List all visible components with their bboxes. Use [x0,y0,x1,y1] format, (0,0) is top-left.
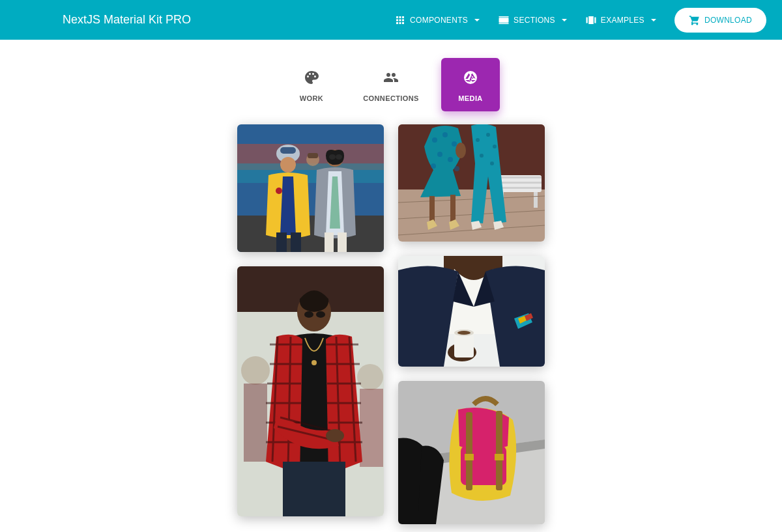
camera-icon [463,70,478,85]
svg-point-58 [432,137,437,143]
gallery-column [237,124,384,524]
svg-rect-66 [450,195,456,223]
svg-rect-94 [495,454,504,460]
svg-point-62 [448,157,453,162]
app-header: NextJS Material Kit PRO COMPONENTS SECTI… [0,0,782,40]
tab-work-label: WORK [300,94,323,102]
svg-rect-51 [496,182,542,184]
svg-point-6 [280,157,296,173]
svg-rect-52 [496,187,542,189]
svg-point-64 [454,166,459,171]
view-day-icon [498,14,510,26]
download-button[interactable]: DOWNLOAD [674,8,766,33]
svg-rect-46 [283,462,345,516]
svg-rect-5 [280,147,296,154]
people-icon [383,70,399,85]
svg-rect-16 [308,153,318,158]
svg-rect-13 [325,232,334,252]
download-label: DOWNLOAD [704,16,752,25]
svg-rect-8 [276,232,287,252]
view-carousel-icon [585,14,597,26]
svg-rect-50 [496,176,542,178]
svg-point-71 [490,161,494,165]
svg-rect-91 [466,412,472,490]
nav-components[interactable]: COMPONENTS [386,9,487,31]
top-nav: COMPONENTS SECTIONS EXAMPLES DOWNLOAD [386,8,766,33]
svg-point-42 [311,360,317,365]
svg-rect-3 [237,163,384,183]
svg-rect-14 [338,232,347,252]
shopping-cart-icon [689,14,701,26]
svg-rect-19 [244,384,267,462]
svg-point-59 [442,132,448,137]
svg-point-25 [316,311,325,318]
svg-point-12 [336,154,342,160]
nav-examples-label: EXAMPLES [601,16,644,25]
svg-point-60 [452,141,457,147]
apps-icon [394,14,406,26]
profile-tabs: WORK CONNECTIONS MEDIA [0,58,782,111]
gallery-image-women-walking-blue[interactable] [398,124,545,242]
svg-point-63 [431,163,436,169]
svg-rect-92 [496,411,502,490]
svg-point-20 [357,364,383,390]
svg-rect-9 [291,232,301,252]
caret-down-icon [474,19,480,21]
svg-rect-21 [360,389,383,467]
svg-point-45 [326,429,344,442]
brand-title[interactable]: NextJS Material Kit PRO [63,13,191,27]
svg-point-61 [437,152,442,157]
gallery-image-man-red-shirt[interactable] [237,266,384,516]
nav-sections-label: SECTIONS [514,16,555,25]
svg-point-77 [457,331,471,335]
tab-media[interactable]: MEDIA [441,58,500,111]
svg-rect-65 [429,196,435,223]
svg-rect-54 [534,192,538,208]
svg-point-72 [456,143,466,158]
svg-point-67 [476,138,480,142]
svg-point-18 [241,356,270,385]
svg-point-7 [276,188,282,194]
svg-rect-75 [454,333,474,357]
svg-rect-1 [237,216,384,252]
gallery-image-pink-yellow-backpack[interactable] [398,381,545,524]
nav-sections[interactable]: SECTIONS [490,9,575,31]
tab-media-label: MEDIA [458,94,482,102]
media-gallery [0,124,782,532]
svg-point-24 [304,311,313,318]
gallery-image-street-fashion-men[interactable] [237,124,384,252]
svg-point-70 [480,154,484,158]
tab-connections-label: CONNECTIONS [363,94,419,102]
palette-icon [304,70,319,85]
nav-components-label: COMPONENTS [410,16,468,25]
tab-work[interactable]: WORK [282,58,341,111]
svg-point-68 [486,133,490,137]
gallery-image-man-suit-coffee[interactable] [398,256,545,367]
svg-point-69 [493,145,497,148]
caret-down-icon [562,19,567,21]
svg-rect-93 [465,454,474,460]
caret-down-icon [651,19,656,21]
nav-examples[interactable]: EXAMPLES [577,9,664,31]
tab-connections[interactable]: CONNECTIONS [353,58,429,111]
gallery-column [398,124,545,524]
svg-point-11 [329,154,336,160]
